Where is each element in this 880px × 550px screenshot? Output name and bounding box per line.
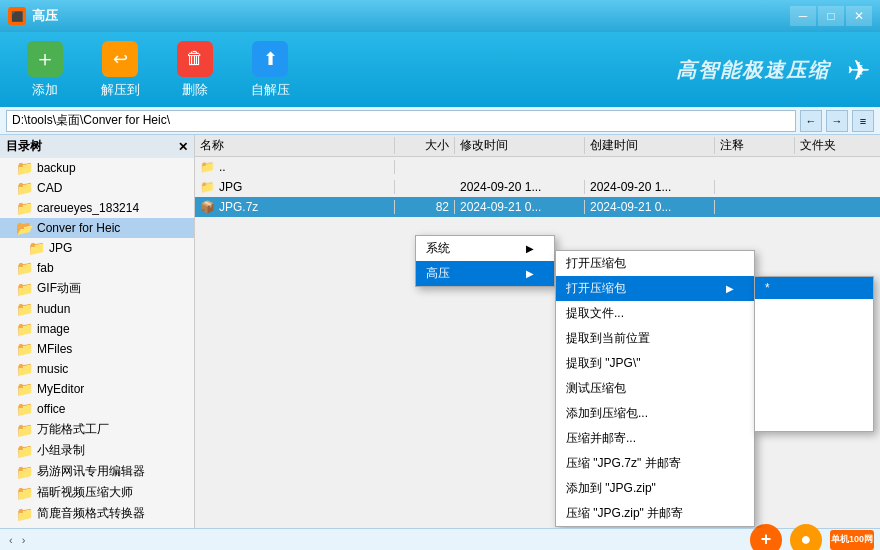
sidebar-item-myeditor[interactable]: 📁MyEditor: [0, 379, 194, 399]
folder-icon: 📁: [16, 443, 33, 459]
sidebar-item-xiaozu[interactable]: 📁小组录制: [0, 440, 194, 461]
ctx-ext-hashe[interactable]: #:e: [755, 321, 873, 343]
ctx-ext-zip[interactable]: zip: [755, 365, 873, 387]
sidebar-item-conver[interactable]: 📂Conver for Heic: [0, 218, 194, 238]
sidebar-item-yiyou[interactable]: 📁易游网讯专用编辑器: [0, 461, 194, 482]
ctx-extract-jpg[interactable]: 提取到 "JPG\": [556, 351, 754, 376]
sidebar-item-image[interactable]: 📁image: [0, 319, 194, 339]
sidebar-item-jpg[interactable]: 📁JPG: [0, 238, 194, 258]
ctx-add-zip[interactable]: 添加到 "JPG.zip": [556, 476, 754, 501]
ctx-ext-cab[interactable]: cab: [755, 387, 873, 409]
sidebar-item-fuxin[interactable]: 📁福昕视频压缩大师: [0, 482, 194, 503]
folder-icon: 📁: [16, 464, 33, 480]
sidebar-item-label: 万能格式工厂: [37, 421, 109, 438]
context-menu-level2: 打开压缩包 打开压缩包 ▶ * # #:e: [555, 250, 755, 527]
extract-icon: ↩: [102, 41, 138, 77]
selfextract-button[interactable]: ⬆ 自解压: [235, 37, 305, 102]
sidebar-item-mfiles[interactable]: 📁MFiles: [0, 339, 194, 359]
file-size: 82: [395, 200, 455, 214]
folder-icon: 📁: [16, 160, 33, 176]
submenu-arrow-icon: ▶: [526, 268, 534, 279]
file-name: 📦JPG.7z: [195, 200, 395, 214]
ctx-open-archive1[interactable]: 打开压缩包: [556, 251, 754, 276]
filelist: 名称 大小 修改时间 创建时间 注释 文件夹 📁.. 📁JPG 2024-09-…: [195, 135, 880, 528]
sidebar-item-backup[interactable]: 📁backup: [0, 158, 194, 178]
ctx-compress-7z-email[interactable]: 压缩 "JPG.7z" 并邮寄: [556, 451, 754, 476]
sidebar-item-label: GIF动画: [37, 280, 81, 297]
sidebar-close-button[interactable]: ✕: [178, 140, 188, 154]
table-row[interactable]: 📁JPG 2024-09-20 1... 2024-09-20 1...: [195, 177, 880, 197]
sidebar: 目录树 ✕ 📁backup 📁CAD 📁careueyes_183214 📂Co…: [0, 135, 195, 528]
sidebar-item-label: music: [37, 362, 68, 376]
folder-icon: 📁: [16, 321, 33, 337]
ctx-ext-7z[interactable]: 7z: [755, 343, 873, 365]
sidebar-item-office[interactable]: 📁office: [0, 399, 194, 419]
sidebar-item-hudun[interactable]: 📁hudun: [0, 299, 194, 319]
delete-button[interactable]: 🗑 删除: [160, 37, 230, 102]
extract-button[interactable]: ↩ 解压到: [85, 37, 155, 102]
sidebar-item-wangneng[interactable]: 📁万能格式工厂: [0, 419, 194, 440]
ctx-extract-files[interactable]: 提取文件...: [556, 301, 754, 326]
folder-icon: 📁: [16, 485, 33, 501]
delete-label: 删除: [182, 81, 208, 99]
col-comment-header: 注释: [715, 137, 795, 154]
scroll-left-btn[interactable]: ‹: [6, 534, 16, 546]
sidebar-item-jianlv[interactable]: 📁简鹿音频格式转换器: [0, 503, 194, 524]
sidebar-header: 目录树 ✕: [0, 135, 194, 158]
sidebar-item-label: careueyes_183214: [37, 201, 139, 215]
brand-text: 高智能极速压缩: [676, 56, 830, 83]
sidebar-item-fab[interactable]: 📁fab: [0, 258, 194, 278]
col-size-header: 大小: [395, 137, 455, 154]
col-created-header: 创建时间: [585, 137, 715, 154]
maximize-button[interactable]: □: [818, 6, 844, 26]
ctx-compress-zip-email[interactable]: 压缩 "JPG.zip" 并邮寄: [556, 501, 754, 526]
col-name-header: 名称: [195, 137, 395, 154]
sidebar-item-label: image: [37, 322, 70, 336]
nav-forward-button[interactable]: →: [826, 110, 848, 132]
ctx-compress-email[interactable]: 压缩并邮寄...: [556, 426, 754, 451]
folder-icon: 📁: [16, 281, 33, 297]
ctx-open-archive2[interactable]: 打开压缩包 ▶ * # #:e 7z: [556, 276, 754, 301]
sidebar-item-label: MFiles: [37, 342, 72, 356]
statusbar: ‹ › + ● 单机100网: [0, 528, 880, 550]
ctx-ext-star[interactable]: *: [755, 277, 873, 299]
app-icon: ⬛: [8, 7, 26, 25]
scroll-right-btn[interactable]: ›: [19, 534, 29, 546]
ctx-test[interactable]: 测试压缩包: [556, 376, 754, 401]
sidebar-item-label: MyEditor: [37, 382, 84, 396]
addressbar: ← → ≡: [0, 107, 880, 135]
sidebar-item-cad[interactable]: 📁CAD: [0, 178, 194, 198]
folder-icon: 📁: [16, 381, 33, 397]
address-input[interactable]: [6, 110, 796, 132]
selfextract-icon: ⬆: [252, 41, 288, 77]
ctx-ext-rar[interactable]: rar: [755, 409, 873, 431]
sidebar-item-label: 小组录制: [37, 442, 85, 459]
folder-icon: 📁: [16, 260, 33, 276]
table-row[interactable]: 📦JPG.7z 82 2024-09-21 0... 2024-09-21 0.…: [195, 197, 880, 217]
sidebar-item-gif[interactable]: 📁GIF动画: [0, 278, 194, 299]
ctx-item-system[interactable]: 系统 ▶: [416, 236, 554, 261]
sidebar-item-music[interactable]: 📁music: [0, 359, 194, 379]
submenu-arrow-icon: ▶: [726, 283, 734, 294]
ctx-extract-here[interactable]: 提取到当前位置: [556, 326, 754, 351]
sidebar-item-label: 易游网讯专用编辑器: [37, 463, 145, 480]
nav-menu-button[interactable]: ≡: [852, 110, 874, 132]
ctx-item-gaoya[interactable]: 高压 ▶: [416, 261, 554, 286]
folder-icon: 📁: [16, 422, 33, 438]
nav-back-button[interactable]: ←: [800, 110, 822, 132]
add-button[interactable]: ＋ 添加: [10, 37, 80, 102]
open-folder-icon: 📂: [16, 220, 33, 236]
minimize-button[interactable]: ─: [790, 6, 816, 26]
sidebar-item-careueyes[interactable]: 📁careueyes_183214: [0, 198, 194, 218]
ctx-add-archive[interactable]: 添加到压缩包...: [556, 401, 754, 426]
folder-icon: 📁: [28, 240, 45, 256]
close-button[interactable]: ✕: [846, 6, 872, 26]
titlebar-left: ⬛ 高压: [8, 7, 58, 25]
table-row[interactable]: 📁..: [195, 157, 880, 177]
sidebar-item-label: CAD: [37, 181, 62, 195]
sidebar-item-label: fab: [37, 261, 54, 275]
sidebar-item-label: 福昕视频压缩大师: [37, 484, 133, 501]
folder-icon: 📁: [16, 180, 33, 196]
ctx-ext-hash[interactable]: #: [755, 299, 873, 321]
sidebar-item-label: hudun: [37, 302, 70, 316]
